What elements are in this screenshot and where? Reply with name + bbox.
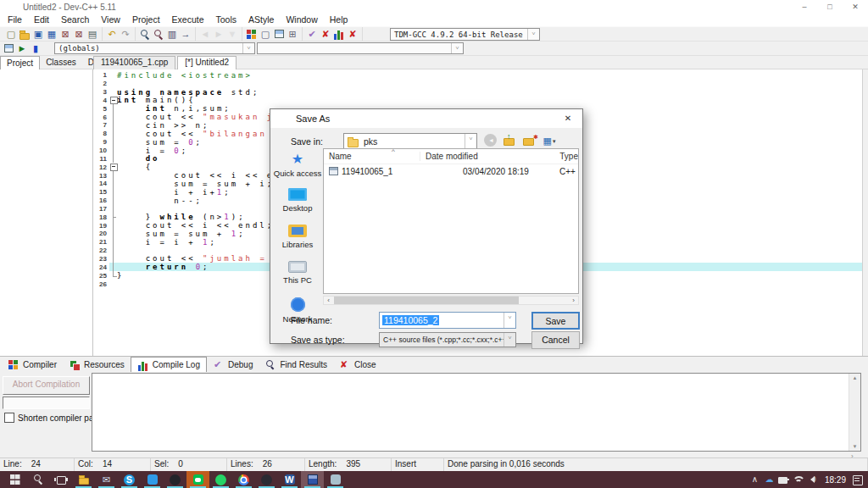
- menu-view[interactable]: View: [95, 14, 126, 26]
- menu-tools[interactable]: Tools: [210, 14, 243, 26]
- scroll-up-icon[interactable]: ▲: [849, 375, 860, 380]
- code-line-3[interactable]: 3using namespace std;: [93, 88, 862, 97]
- goto-line-icon[interactable]: →: [179, 28, 192, 41]
- column-header-date-modified[interactable]: Date modified: [420, 152, 554, 161]
- members-select[interactable]: ˅: [257, 42, 464, 54]
- up-one-level-icon[interactable]: [502, 133, 519, 148]
- file-row[interactable]: 119410065_103/04/2020 18:19C++: [324, 164, 578, 178]
- horizontal-scrollbar[interactable]: ‹ ›: [323, 296, 579, 305]
- fold-marker[interactable]: [109, 163, 117, 171]
- place-desktop[interactable]: Desktop: [272, 188, 323, 213]
- print-icon[interactable]: ▤: [86, 28, 99, 41]
- back-icon[interactable]: [482, 133, 499, 148]
- onedrive-icon[interactable]: ☁: [762, 473, 776, 487]
- close-file-icon[interactable]: ⊠: [58, 28, 72, 41]
- back-icon[interactable]: ◄: [198, 28, 212, 41]
- compile-check-icon[interactable]: ✔: [305, 28, 319, 41]
- new-file-icon[interactable]: ▢: [4, 28, 18, 41]
- taskbar-search-icon[interactable]: [26, 471, 49, 488]
- profile-icon[interactable]: [332, 28, 346, 41]
- taskbar-clock[interactable]: 18:29: [821, 475, 850, 485]
- panel-tab-project[interactable]: Project: [0, 56, 40, 69]
- shorten-paths-option[interactable]: Shorten compiler paths: [4, 413, 105, 423]
- editor-tab-1[interactable]: [*] Untitled2: [177, 56, 236, 69]
- view-menu-icon[interactable]: ▦: [541, 133, 558, 148]
- compile-log-area[interactable]: ▲ ▼: [92, 373, 861, 452]
- save-icon[interactable]: ▣: [31, 28, 45, 41]
- project-panel[interactable]: [0, 69, 93, 356]
- scroll-down-icon[interactable]: ▼: [849, 444, 860, 449]
- taskbar-obs-icon[interactable]: [164, 471, 186, 488]
- forward-icon[interactable]: ►: [212, 28, 225, 41]
- taskbar-line-chat-icon[interactable]: [186, 471, 209, 488]
- cancel-button[interactable]: Cancel: [531, 331, 580, 349]
- tab-compiler[interactable]: Compiler: [2, 358, 63, 372]
- tab-debug[interactable]: Debug: [207, 358, 259, 372]
- editor-tab-0[interactable]: 119410065_1.cpp: [93, 56, 175, 69]
- taskbar-start-button[interactable]: [3, 471, 26, 488]
- taskbar-chrome-icon[interactable]: [232, 471, 255, 488]
- scrollbar-thumb[interactable]: [334, 297, 519, 304]
- column-header-name[interactable]: Name: [324, 152, 420, 161]
- save-button[interactable]: Save: [531, 312, 580, 330]
- column-header-type[interactable]: Type: [554, 152, 578, 161]
- wifi-icon[interactable]: [791, 473, 805, 487]
- undo-icon[interactable]: ↶: [105, 28, 119, 41]
- save-all-icon[interactable]: ▦: [45, 28, 58, 41]
- battery-icon[interactable]: [776, 473, 791, 487]
- goto-definition-icon[interactable]: ▼: [225, 28, 239, 41]
- close-button[interactable]: ✕: [843, 0, 868, 14]
- new-project-icon[interactable]: [245, 28, 259, 41]
- menu-edit[interactable]: Edit: [28, 14, 55, 26]
- place-libraries[interactable]: Libraries: [272, 225, 323, 249]
- taskbar-word-icon[interactable]: W: [278, 471, 301, 488]
- taskbar-skype-icon[interactable]: S: [118, 471, 141, 488]
- menu-project[interactable]: Project: [126, 14, 166, 26]
- run-icon[interactable]: ►: [15, 42, 29, 55]
- volume-icon[interactable]: [805, 473, 820, 487]
- checkbox[interactable]: [4, 413, 14, 423]
- minimize-button[interactable]: –: [792, 0, 817, 14]
- tab-compile-log[interactable]: Compile Log: [131, 357, 207, 372]
- delete-profiling-icon[interactable]: ✘: [346, 28, 359, 41]
- save-as-type-select[interactable]: C++ source files (*.cpp;*.cc;*.cxx;*.c++…: [379, 332, 516, 347]
- scroll-right-icon[interactable]: ›: [569, 297, 578, 304]
- dialog-close-button[interactable]: ✕: [554, 109, 582, 128]
- compile-run-icon[interactable]: ▮: [29, 42, 42, 55]
- taskbar-mail-icon[interactable]: ✉: [95, 471, 118, 488]
- tab-find-results[interactable]: Find Results: [259, 358, 333, 372]
- file-name-input[interactable]: 119410065_2 ˅: [379, 312, 516, 329]
- compiler-profile-select[interactable]: TDM-GCC 4.9.2 64-bit Release ˅: [390, 28, 540, 41]
- menu-file[interactable]: File: [2, 14, 28, 26]
- taskbar-editor-app-icon[interactable]: [324, 471, 347, 488]
- menu-search[interactable]: Search: [55, 14, 95, 26]
- replace-icon[interactable]: [152, 28, 165, 41]
- abort-compilation-button[interactable]: Abort Compilation: [3, 376, 90, 395]
- save-in-select[interactable]: pks ˅: [343, 133, 477, 150]
- fold-marker[interactable]: [109, 97, 117, 105]
- remove-from-project-icon[interactable]: ▢: [259, 28, 272, 41]
- syntax-check-icon[interactable]: ✘: [319, 28, 332, 41]
- menu-window[interactable]: Window: [280, 14, 323, 26]
- taskbar-whatsapp-icon[interactable]: [209, 471, 232, 488]
- globals-select[interactable]: (globals) ˅: [54, 42, 255, 54]
- package-manager-icon[interactable]: ⊞: [286, 28, 299, 41]
- taskbar-photos-icon[interactable]: [141, 471, 164, 488]
- scroll-left-icon[interactable]: ‹: [324, 297, 333, 304]
- compile-icon[interactable]: [2, 42, 15, 55]
- menu-execute[interactable]: Execute: [166, 14, 210, 26]
- place-quick-access[interactable]: ★Quick access: [272, 152, 323, 178]
- tab-resources[interactable]: Resources: [63, 358, 131, 372]
- taskbar-camera-icon[interactable]: [255, 471, 278, 488]
- panel-tab-classes[interactable]: Classes: [40, 56, 82, 69]
- vertical-scrollbar[interactable]: ▲ ▼: [849, 374, 860, 451]
- redo-icon[interactable]: ↷: [119, 28, 132, 41]
- hidden-icons-chevron[interactable]: ∧: [748, 473, 762, 487]
- file-list[interactable]: ^ NameDate modifiedType 119410065_103/04…: [323, 148, 579, 294]
- find-in-files-icon[interactable]: ▥: [165, 28, 179, 41]
- close-all-icon[interactable]: ⊠: [72, 28, 86, 41]
- find-icon[interactable]: [138, 28, 152, 41]
- new-folder-icon[interactable]: [521, 133, 538, 148]
- project-options-icon[interactable]: [272, 28, 286, 41]
- place-this-pc[interactable]: This PC: [272, 261, 323, 285]
